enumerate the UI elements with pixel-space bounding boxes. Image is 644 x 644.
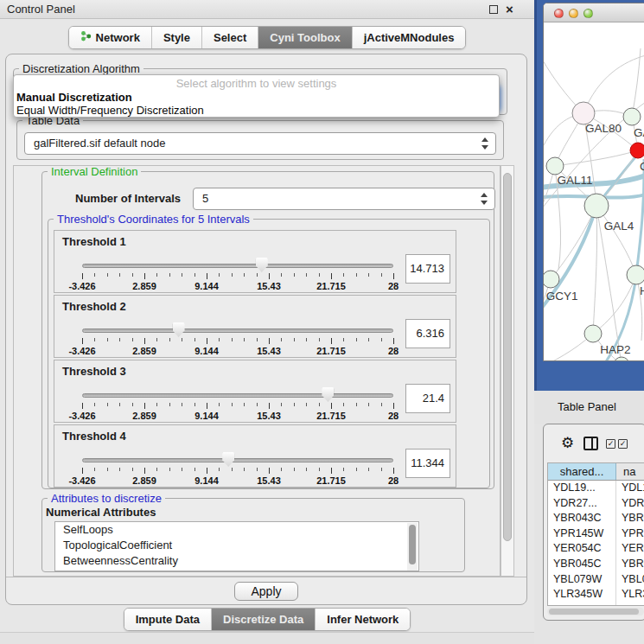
settings-vertical-scrollbar[interactable]	[501, 165, 514, 577]
close-window-icon[interactable]	[554, 9, 564, 18]
attributes-list-scrollbar-thumb[interactable]	[409, 525, 416, 564]
tick-label: 2.859	[132, 475, 156, 486]
table-row[interactable]: YBR043CYBR0	[548, 511, 644, 526]
table-row[interactable]: YBL079WYBL0	[548, 572, 644, 588]
algorithm-option-equal-width-frequency-discretization[interactable]: Equal Width/Frequency Discretization	[14, 104, 499, 117]
network-node-hap2[interactable]	[584, 325, 602, 342]
algorithm-option-manual-discretization[interactable]: Manual Discretization	[14, 91, 499, 104]
tab-select[interactable]: Select	[202, 27, 258, 48]
control-panel-titlebar: Control Panel ×	[0, 0, 534, 19]
threshold-1-value-field[interactable]: 14.713	[405, 254, 450, 284]
table-row[interactable]: YBR045CYBR0	[548, 557, 644, 572]
attributes-list-scrollbar[interactable]	[407, 523, 418, 571]
column-header-shared[interactable]: shared...	[548, 463, 616, 480]
tick-label: 21.715	[316, 411, 346, 421]
table-row[interactable]: YPR145WYPR1	[548, 526, 644, 542]
major-tick	[207, 338, 207, 344]
minimize-window-icon[interactable]	[569, 9, 578, 18]
threshold-4-value-field[interactable]: 11.344	[405, 449, 450, 478]
threshold-3-slider[interactable]: -3.4262.8599.14415.4321.71528	[82, 360, 393, 424]
tick-label: -3.426	[68, 346, 95, 356]
minor-tick	[319, 273, 320, 277]
column-header-name[interactable]: na	[616, 463, 644, 480]
slider-thumb[interactable]	[173, 322, 185, 337]
tab-infer-network[interactable]: Infer Network	[316, 609, 410, 630]
network-node-h[interactable]	[627, 265, 644, 284]
table-row[interactable]: YDR27...YDR2	[548, 496, 644, 512]
slider-thumb[interactable]	[256, 258, 268, 272]
slider-thumb[interactable]	[322, 387, 334, 402]
tick-label: 2.859	[132, 346, 156, 356]
slider-track[interactable]	[82, 264, 393, 268]
attribute-item-topologicalcoefficient[interactable]: TopologicalCoefficient	[55, 538, 418, 553]
slider-thumb[interactable]	[222, 452, 234, 467]
attributes-group: Attributes to discretize Numerical Attri…	[41, 498, 465, 572]
minor-tick	[219, 468, 220, 471]
threshold-2-slider[interactable]: -3.4262.8599.14415.4321.71528	[82, 296, 393, 359]
tick-label: 2.859	[132, 411, 156, 421]
threshold-3-value-field[interactable]: 21.4	[405, 384, 450, 413]
threshold-3-box: Threshold 3-3.4262.8599.14415.4321.71528…	[54, 360, 456, 423]
apply-button[interactable]: Apply	[234, 582, 297, 601]
table-row[interactable]: YIL052CYIL0	[548, 603, 644, 606]
network-node-gcy1[interactable]	[544, 271, 559, 288]
tab-jactivemnodules[interactable]: jActiveMNodules	[353, 27, 466, 48]
close-panel-icon[interactable]: ×	[506, 1, 513, 18]
tab-cyni-toolbox[interactable]: Cyni Toolbox	[258, 27, 352, 48]
table-row[interactable]: YER054CYER0	[548, 541, 644, 557]
tab-discretize-data[interactable]: Discretize Data	[212, 609, 316, 630]
bottom-footer	[0, 632, 534, 644]
tab-network[interactable]: Network	[69, 27, 152, 48]
thresholds-group-label: Threshold's Coordinates for 5 Intervals	[54, 213, 253, 226]
zoom-window-icon[interactable]	[583, 9, 593, 18]
minor-tick	[244, 403, 245, 406]
table-data-combobox[interactable]: galFiltered.sif default node	[24, 132, 496, 155]
network-canvas[interactable]: GAL80GACGAL11GAL4GCY1HHAP2	[544, 22, 644, 360]
network-graph[interactable]: GAL80GACGAL11GAL4GCY1HHAP2	[544, 22, 644, 360]
major-tick	[144, 338, 145, 344]
major-tick	[82, 468, 83, 474]
tab-style[interactable]: Style	[152, 27, 202, 48]
minor-tick	[306, 338, 307, 341]
minor-tick	[244, 273, 245, 277]
threshold-2-value-field[interactable]: 6.316	[405, 319, 450, 348]
minor-tick	[132, 403, 133, 406]
network-node-ga[interactable]	[623, 108, 641, 125]
threshold-1-slider[interactable]: -3.4262.8599.14415.4321.71528	[82, 231, 393, 294]
minor-tick	[119, 338, 120, 341]
numerical-attributes-list[interactable]: SelfLoopsTopologicalCoefficientBetweenne…	[54, 521, 419, 571]
major-tick	[269, 273, 270, 279]
float-panel-icon[interactable]	[489, 5, 498, 14]
table-horizontal-scrollbar-thumb[interactable]	[549, 609, 639, 615]
tab-label: Infer Network	[327, 609, 399, 630]
minor-tick	[156, 338, 157, 341]
network-node-gal4[interactable]	[584, 194, 609, 218]
minor-tick	[381, 273, 382, 277]
network-node-gal11[interactable]	[546, 157, 564, 175]
network-view-window[interactable]: GAL80GACGAL11GAL4GCY1HHAP2	[543, 3, 644, 361]
gear-icon[interactable]: ⚙	[561, 434, 574, 451]
checkbox-checked-icon[interactable]: ✓	[618, 439, 628, 449]
minor-tick	[169, 273, 170, 277]
tab-impute-data[interactable]: Impute Data	[124, 609, 212, 630]
network-node-label: GAL4	[604, 220, 634, 233]
network-node-c[interactable]	[630, 143, 644, 158]
split-panel-icon[interactable]	[583, 437, 598, 450]
network-node[interactable]	[614, 357, 629, 360]
table-row[interactable]: YLR345WYLR3	[548, 587, 644, 603]
cyni-toolbox-panel: Discretization Algorithm Select algorith…	[5, 54, 527, 605]
settings-vertical-scrollbar-thumb[interactable]	[503, 173, 512, 541]
table-row[interactable]: YDL19...YDL1	[548, 481, 644, 496]
threshold-4-slider[interactable]: -3.4262.8599.14415.4321.71528	[82, 425, 393, 488]
slider-track[interactable]	[82, 328, 393, 333]
slider-track[interactable]	[82, 458, 393, 462]
attribute-item-betweennesscentrality[interactable]: BetweennessCentrality	[55, 553, 418, 569]
discretization-algorithm-label: Discretization Algorithm	[19, 62, 143, 75]
minor-tick	[156, 468, 157, 471]
number-of-intervals-combobox[interactable]: 5	[193, 188, 495, 210]
attribute-item-selfloops[interactable]: SelfLoops	[55, 522, 418, 538]
checkbox-checked-icon[interactable]: ✓	[606, 439, 615, 449]
table-horizontal-scrollbar[interactable]	[547, 608, 644, 615]
slider-track[interactable]	[82, 393, 393, 398]
node-attribute-table[interactable]: shared... na YDL19...YDL1YDR27...YDR2YBR…	[547, 462, 644, 606]
